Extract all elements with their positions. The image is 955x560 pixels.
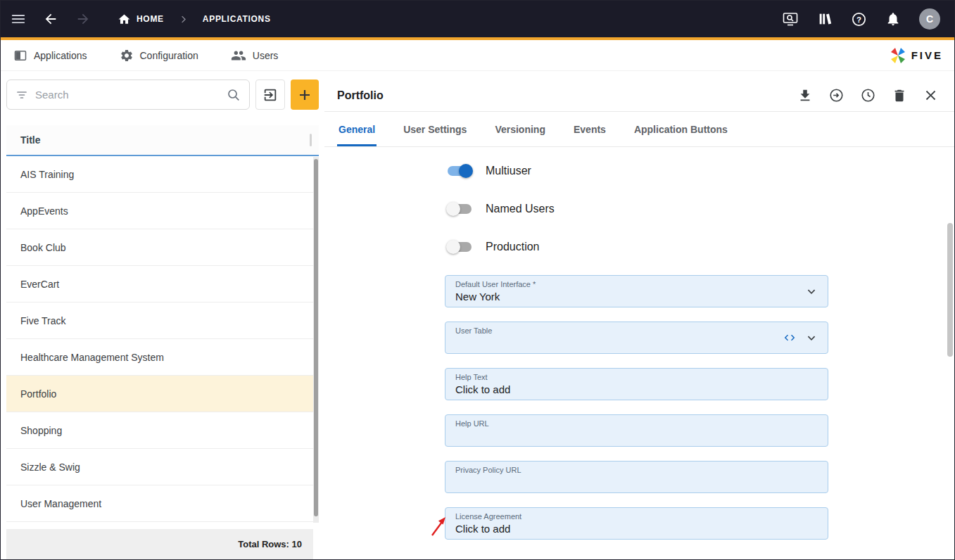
list-item[interactable]: User Management: [6, 485, 313, 522]
default-user-interface-field[interactable]: Default User Interface * New York: [445, 275, 828, 307]
general-form: Multiuser Named Users Production Default…: [445, 161, 828, 540]
list-item[interactable]: Portfolio: [6, 376, 313, 412]
breadcrumb-current: APPLICATIONS: [203, 14, 271, 24]
detail-header-actions: [797, 87, 939, 103]
total-rows-label: Total Rows: 10: [238, 539, 302, 549]
list-item[interactable]: EverCart: [6, 266, 313, 303]
help-text-field[interactable]: Help Text Click to add: [445, 368, 828, 400]
table-header: Title: [6, 125, 319, 156]
detail-tabs: General User Settings Versioning Events …: [324, 112, 954, 147]
search-box: [6, 79, 250, 110]
field-label: Help Text: [455, 373, 818, 381]
help-url-field[interactable]: Help URL: [445, 414, 828, 447]
list-item[interactable]: Healthcare Management System: [6, 339, 313, 376]
avatar-initial: C: [926, 13, 933, 25]
list-scrollbar[interactable]: [313, 157, 319, 523]
field-label: License Agreement: [455, 512, 818, 521]
search-row: [6, 79, 319, 110]
home-button[interactable]: [118, 13, 131, 26]
column-header-title[interactable]: Title: [20, 134, 41, 146]
list-item[interactable]: Shopping: [6, 412, 313, 449]
help-button[interactable]: ?: [851, 11, 867, 27]
tab-versioning[interactable]: Versioning: [493, 112, 547, 146]
list-footer: Total Rows: 10: [6, 529, 313, 559]
topbar-left: HOME APPLICATIONS: [11, 11, 271, 27]
search-input[interactable]: [35, 89, 220, 101]
filter-icon[interactable]: [15, 89, 28, 101]
back-button[interactable]: [43, 11, 58, 27]
avatar[interactable]: C: [919, 8, 940, 30]
column-resize-handle[interactable]: [310, 134, 312, 146]
applications-rows: AIS Training AppEvents Book Club EverCar…: [6, 156, 313, 522]
list-item[interactable]: Sizzle & Swig: [6, 449, 313, 485]
nav-tab-label: Applications: [34, 50, 87, 61]
close-button[interactable]: [923, 87, 939, 103]
download-icon: [797, 88, 813, 103]
field-value: Click to add: [455, 523, 818, 535]
history-icon: [860, 87, 876, 103]
plus-icon: [298, 89, 311, 101]
multiuser-toggle[interactable]: [448, 166, 472, 176]
search-icon[interactable]: [227, 88, 241, 102]
delete-button[interactable]: [892, 88, 907, 103]
delete-icon: [892, 88, 907, 103]
app-window: HOME APPLICATIONS ? C App: [0, 0, 955, 560]
screen-search-icon: [782, 11, 799, 27]
privacy-policy-url-field[interactable]: Privacy Policy URL: [445, 461, 828, 493]
detail-scrollbar[interactable]: [947, 147, 953, 559]
license-agreement-field[interactable]: License Agreement Click to add: [445, 507, 828, 540]
history-button[interactable]: [860, 87, 876, 103]
list-item[interactable]: AIS Training: [6, 156, 313, 193]
add-application-button[interactable]: [291, 79, 319, 110]
breadcrumb-home[interactable]: HOME: [137, 14, 164, 24]
list-item[interactable]: Book Club: [6, 229, 313, 266]
download-button[interactable]: [797, 88, 813, 103]
home-icon: [118, 13, 131, 26]
forward-button[interactable]: [75, 11, 91, 27]
open-record-button[interactable]: [828, 87, 845, 103]
main-content: Title AIS Training AppEvents Book Club E…: [1, 71, 954, 559]
nav-tab-users[interactable]: Users: [231, 48, 279, 63]
topbar-right: ? C: [782, 8, 943, 30]
open-selected-button[interactable]: [255, 79, 285, 110]
production-toggle[interactable]: [448, 242, 472, 252]
detail-scrollbar-thumb[interactable]: [947, 223, 953, 357]
field-value: New York: [455, 291, 818, 303]
menu-button[interactable]: [11, 11, 26, 27]
field-label: User Table: [455, 326, 818, 335]
applications-list-panel: Title AIS Training AppEvents Book Club E…: [6, 71, 319, 559]
help-icon: ?: [851, 11, 867, 27]
user-table-field[interactable]: User Table: [445, 322, 828, 354]
nav-tab-label: Users: [253, 50, 279, 61]
brand-logo: FIVE: [889, 46, 943, 65]
toggle-knob: [459, 164, 473, 178]
back-arrow-icon: [43, 11, 58, 27]
notifications-button[interactable]: [885, 11, 901, 27]
toggle-row-named-users: Named Users: [445, 199, 828, 219]
forward-arrow-icon: [75, 11, 91, 27]
breadcrumb: HOME APPLICATIONS: [118, 13, 271, 26]
code-icon[interactable]: [783, 331, 797, 345]
tab-events[interactable]: Events: [572, 112, 607, 146]
detail-title: Portfolio: [337, 89, 384, 102]
nav-tab-configuration[interactable]: Configuration: [120, 49, 198, 63]
tab-application-buttons[interactable]: Application Buttons: [633, 112, 729, 146]
tab-general[interactable]: General: [337, 112, 377, 146]
list-item[interactable]: Five Track: [6, 303, 313, 339]
list-item[interactable]: AppEvents: [6, 193, 313, 229]
list-scrollbar-thumb[interactable]: [314, 159, 318, 516]
library-icon: [817, 11, 833, 27]
screen-search-button[interactable]: [782, 11, 799, 27]
field-value: [455, 430, 818, 443]
detail-body: Multiuser Named Users Production Default…: [324, 147, 954, 559]
configuration-gear-icon: [120, 49, 134, 63]
tab-user-settings[interactable]: User Settings: [402, 112, 468, 146]
topbar: HOME APPLICATIONS ? C: [1, 1, 954, 40]
chevron-right-icon: [178, 14, 189, 25]
toggle-label: Multiuser: [486, 165, 531, 177]
library-button[interactable]: [817, 11, 833, 27]
nav-tab-applications[interactable]: Applications: [13, 49, 87, 63]
named-users-toggle[interactable]: [448, 204, 472, 214]
open-record-icon: [828, 87, 845, 103]
five-logo-icon: [889, 46, 907, 65]
